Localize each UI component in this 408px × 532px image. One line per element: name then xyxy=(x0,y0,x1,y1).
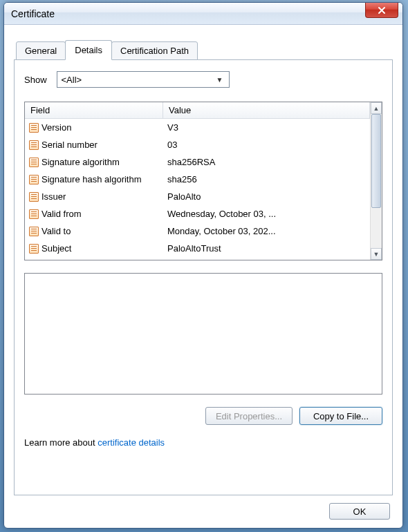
field-name: Issuer xyxy=(41,191,66,202)
list-row[interactable]: Valid toMonday, October 03, 202... xyxy=(25,222,370,240)
list-row[interactable]: SubjectPaloAltoTrust xyxy=(25,240,370,257)
field-value: V3 xyxy=(163,122,370,133)
column-header-field[interactable]: Field xyxy=(25,102,163,118)
show-dropdown-value: <All> xyxy=(62,75,82,85)
field-name: Valid from xyxy=(41,209,82,219)
scroll-down-button[interactable]: ▼ xyxy=(371,248,382,260)
certificate-field-icon xyxy=(29,123,39,133)
window-title: Certificate xyxy=(11,8,55,19)
field-value: sha256 xyxy=(163,174,370,184)
tab-general[interactable]: General xyxy=(16,41,66,60)
scroll-up-button[interactable]: ▲ xyxy=(371,102,382,114)
close-button[interactable] xyxy=(365,3,398,18)
tab-certification-path[interactable]: Certification Path xyxy=(111,41,198,60)
certificate-field-icon xyxy=(29,244,39,254)
field-cell: Signature hash algorithm xyxy=(25,174,163,184)
field-value: Monday, October 03, 202... xyxy=(163,226,370,236)
field-cell: Version xyxy=(25,122,163,133)
list-row[interactable]: Signature algorithmsha256RSA xyxy=(25,153,370,171)
field-cell: Subject xyxy=(25,243,163,254)
field-value: PaloAltoTrust xyxy=(163,243,370,254)
certificate-field-icon xyxy=(29,175,39,184)
field-cell: Signature algorithm xyxy=(25,157,163,167)
certificate-field-icon xyxy=(29,209,39,219)
vertical-scrollbar[interactable]: ▲ ▼ xyxy=(370,102,382,260)
details-panel: Show <All> ▼ Field Value VersionV3Serial… xyxy=(14,60,393,495)
field-value: 03 xyxy=(163,140,370,150)
chevron-down-icon: ▼ xyxy=(214,73,226,86)
certificate-details-link[interactable]: certificate details xyxy=(98,437,165,448)
certificate-window: Certificate General Details Certificatio… xyxy=(3,2,403,529)
field-name: Valid to xyxy=(41,226,71,236)
edit-properties-button: Edit Properties... xyxy=(205,407,293,425)
certificate-field-icon xyxy=(29,192,39,202)
detail-value-box xyxy=(24,273,382,395)
learn-more-prefix: Learn more about xyxy=(24,437,98,448)
field-cell: Valid from xyxy=(25,209,163,219)
certificate-field-icon xyxy=(29,158,39,167)
scroll-track[interactable] xyxy=(371,114,382,248)
titlebar: Certificate xyxy=(4,3,402,25)
list-row[interactable]: Valid fromWednesday, October 03, ... xyxy=(25,205,370,222)
field-name: Signature algorithm xyxy=(41,157,120,167)
field-value: Wednesday, October 03, ... xyxy=(163,209,370,219)
field-name: Subject xyxy=(41,243,71,254)
list-row[interactable]: IssuerPaloAlto xyxy=(25,188,370,205)
field-value: sha256RSA xyxy=(163,157,370,167)
certificate-field-icon xyxy=(29,227,39,236)
field-name: Serial number xyxy=(41,140,98,150)
learn-more-text: Learn more about certificate details xyxy=(24,437,382,448)
field-name: Version xyxy=(41,122,71,133)
column-header-value[interactable]: Value xyxy=(163,102,370,118)
field-value: PaloAlto xyxy=(163,191,370,202)
copy-to-file-button[interactable]: Copy to File... xyxy=(299,407,382,425)
certificate-field-icon xyxy=(29,140,39,150)
field-cell: Valid to xyxy=(25,226,163,236)
show-dropdown[interactable]: <All> ▼ xyxy=(57,71,230,88)
scroll-thumb[interactable] xyxy=(371,114,381,208)
ok-button[interactable]: OK xyxy=(329,503,390,520)
field-cell: Serial number xyxy=(25,140,163,150)
close-icon xyxy=(378,6,386,15)
field-cell: Issuer xyxy=(25,191,163,202)
tab-details[interactable]: Details xyxy=(65,40,112,60)
show-label: Show xyxy=(24,75,47,85)
fields-listview: Field Value VersionV3Serial number03Sign… xyxy=(24,102,382,260)
list-header: Field Value xyxy=(25,102,370,119)
list-row[interactable]: VersionV3 xyxy=(25,119,370,136)
field-name: Signature hash algorithm xyxy=(41,174,142,184)
list-row[interactable]: Signature hash algorithmsha256 xyxy=(25,171,370,188)
list-row[interactable]: Serial number03 xyxy=(25,136,370,153)
tab-strip: General Details Certification Path xyxy=(14,41,393,60)
